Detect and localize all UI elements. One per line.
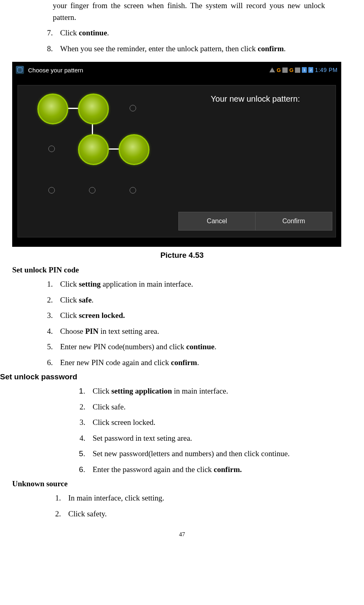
- list-item: 1.In main interface, click setting.: [45, 492, 352, 504]
- list-text: Set password in text seting area.: [93, 434, 192, 442]
- list-item: 5.Enter new PIN code(numbers) and click …: [37, 341, 352, 353]
- item-number: 2.: [37, 294, 60, 306]
- section-heading-pin: Set unlock PIN code: [12, 266, 352, 274]
- list-text: Click: [60, 280, 79, 288]
- pin-list: 1.Click setting application in main inte…: [37, 279, 352, 368]
- section-heading-unknown: Unknown source: [12, 479, 352, 488]
- list-item: 3.Click screen locked.: [69, 417, 352, 429]
- item-number: 5.: [37, 341, 60, 353]
- list-item: 3.Click screen locked.: [37, 310, 352, 322]
- settings-icon: [16, 66, 24, 74]
- list-text: Click safety.: [68, 509, 107, 518]
- list-bold: setting: [79, 280, 101, 288]
- list-text: in text setting area.: [98, 327, 159, 335]
- pattern-grid[interactable]: [26, 97, 160, 231]
- list-item: 4.Choose PIN in text setting area.: [37, 326, 352, 337]
- list-text: in main interface.: [172, 387, 228, 395]
- pattern-panel: Your new unlock pattern: Cancel Confirm: [17, 85, 336, 237]
- list-text: Click screen locked.: [93, 418, 156, 427]
- wifi-icon: [269, 67, 275, 72]
- list-bold: confirm: [171, 358, 197, 367]
- prompt-post: pattern:: [270, 94, 300, 103]
- list-item: 7. Click continue.: [37, 27, 352, 39]
- window-title: Choose your pattern: [28, 67, 83, 74]
- list-text: .: [107, 28, 109, 37]
- list-text: Click: [93, 387, 111, 395]
- dialog-buttons: Cancel Confirm: [178, 212, 332, 231]
- pattern-dot[interactable]: [89, 187, 95, 194]
- pattern-screenshot: Choose your pattern G G 1 2 1:49 PM: [12, 62, 341, 247]
- list-text: Enter the password again and the click: [93, 465, 214, 474]
- item-number: 8.: [37, 43, 60, 55]
- figure-caption: Picture 4.53: [12, 251, 352, 260]
- prompt-bold: unlock: [247, 94, 270, 103]
- sim2-icon: 2: [308, 67, 313, 73]
- list-bold: setting application: [111, 387, 172, 395]
- list-text: Click: [60, 311, 79, 320]
- item-number: 1.: [45, 492, 68, 504]
- list-bold: confirm: [258, 44, 284, 53]
- item-number: 2.: [45, 508, 68, 520]
- list-item: 1.Click setting application in main inte…: [37, 279, 352, 290]
- prompt-pre: Your new: [211, 94, 247, 103]
- list-text: Click: [60, 296, 79, 304]
- list-text: .: [284, 44, 286, 53]
- item-number: 2.: [69, 401, 93, 413]
- list-bold: continue: [186, 342, 214, 351]
- pattern-dot[interactable]: [119, 134, 150, 165]
- list-bold: PIN: [85, 327, 99, 335]
- clock: 1:49 PM: [315, 67, 338, 73]
- pattern-dot[interactable]: [78, 94, 109, 124]
- list-item: 8. When you see the reminder, enter the …: [37, 43, 352, 55]
- item-number: 7.: [37, 27, 60, 39]
- list-item: 2.Click safe.: [69, 401, 352, 413]
- list-text: When you see the reminder, enter the unl…: [60, 44, 258, 53]
- network-g-icon: G: [277, 67, 281, 73]
- list-bold: continue: [79, 28, 107, 37]
- item-number: 3.: [69, 417, 93, 429]
- list-text: .: [92, 296, 94, 304]
- list-text: .: [214, 342, 217, 351]
- list-text: Ener new PIN code again and click: [60, 358, 171, 367]
- unknown-list: 1.In main interface, click setting.2.Cli…: [45, 492, 352, 520]
- list-item: 5.Set new password(letters and numbers) …: [69, 448, 352, 460]
- list-item: 1.Click setting application in main inte…: [69, 385, 352, 397]
- cancel-button[interactable]: Cancel: [179, 212, 255, 230]
- list-item: 6.Enter the password again and the click…: [69, 464, 352, 476]
- list-text: Click safe.: [93, 403, 126, 411]
- intro-text: your finger from the screen when finish.…: [53, 0, 325, 23]
- list-text: Click: [60, 28, 79, 37]
- prompt-text: Your new unlock pattern:: [178, 85, 332, 113]
- pattern-dot[interactable]: [78, 134, 109, 165]
- pattern-dot[interactable]: [130, 105, 136, 111]
- list-bold: confirm.: [214, 465, 242, 474]
- signal-icon: [282, 67, 288, 73]
- list-bold: safe: [79, 296, 92, 304]
- list-text: Enter new PIN code(numbers) and click: [60, 342, 186, 351]
- top-list: 7. Click continue. 8. When you see the r…: [37, 27, 352, 54]
- status-bar: Choose your pattern G G 1 2 1:49 PM: [13, 62, 341, 78]
- pattern-dot[interactable]: [48, 187, 55, 194]
- item-number: 4.: [69, 433, 93, 444]
- pattern-dot[interactable]: [48, 146, 55, 152]
- pattern-dot[interactable]: [37, 94, 68, 124]
- confirm-button[interactable]: Confirm: [255, 212, 332, 230]
- list-text: Choose: [60, 327, 85, 335]
- item-number: 1.: [37, 279, 60, 290]
- list-bold: screen locked.: [79, 311, 125, 320]
- item-number: 1.: [69, 385, 93, 397]
- list-text: application in main interface.: [101, 280, 193, 288]
- item-number: 3.: [37, 310, 60, 322]
- list-item: 4.Set password in text seting area.: [69, 433, 352, 444]
- network-g-icon: G: [289, 67, 293, 73]
- list-text: .: [197, 358, 199, 367]
- list-item: 2.Click safety.: [45, 508, 352, 520]
- password-list: 1.Click setting application in main inte…: [69, 385, 352, 475]
- list-text: In main interface, click setting.: [68, 494, 164, 502]
- pattern-dot[interactable]: [130, 187, 136, 194]
- item-number: 6.: [37, 357, 60, 369]
- section-heading-password: Set unlock password: [0, 372, 352, 381]
- list-item: 6.Ener new PIN code again and click conf…: [37, 357, 352, 369]
- sim1-icon: 1: [302, 67, 307, 73]
- list-item: 2.Click safe.: [37, 294, 352, 306]
